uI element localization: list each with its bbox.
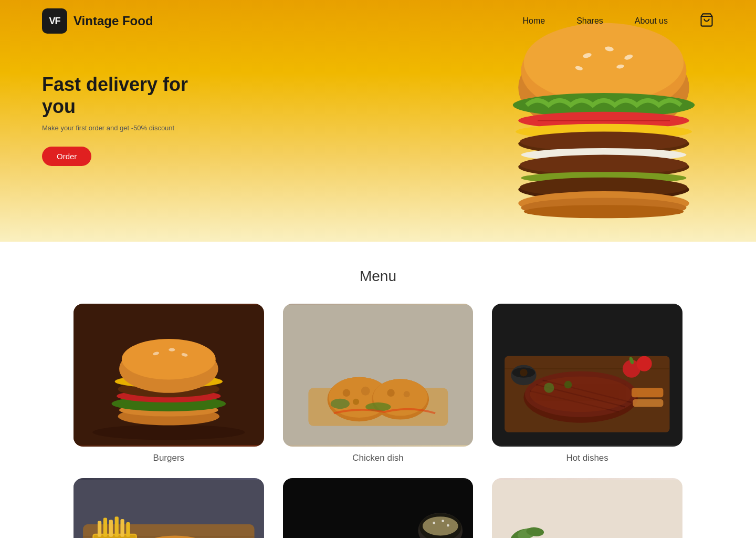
svg-point-35 <box>169 348 175 351</box>
menu-item-salads[interactable]: Salads <box>283 478 474 538</box>
desserts-image <box>492 478 682 538</box>
svg-point-48 <box>330 399 349 409</box>
hero-burger-image <box>494 16 714 236</box>
hero-title: Fast delivery for you <box>42 74 220 118</box>
logo-link[interactable]: VF Vintage Food <box>42 8 153 34</box>
nav-link-about[interactable]: About us <box>635 16 668 25</box>
cart-icon[interactable] <box>699 13 714 29</box>
svg-rect-67 <box>632 388 663 397</box>
nav-item-shares[interactable]: Shares <box>576 16 603 26</box>
nav-links: Home Shares About us <box>522 13 714 29</box>
svg-point-109 <box>423 516 458 535</box>
svg-point-42 <box>361 387 370 396</box>
cart-svg <box>699 13 714 27</box>
svg-point-65 <box>637 356 652 371</box>
svg-rect-74 <box>98 521 101 537</box>
svg-point-63 <box>520 369 528 377</box>
hero-section: VF Vintage Food Home Shares About us <box>0 0 756 242</box>
svg-rect-75 <box>103 518 107 537</box>
svg-rect-79 <box>126 522 130 537</box>
burgers-image <box>74 304 264 447</box>
nav-link-home[interactable]: Home <box>522 16 545 25</box>
order-button[interactable]: Order <box>42 147 91 166</box>
svg-point-41 <box>342 389 350 397</box>
svg-rect-120 <box>492 480 682 538</box>
logo-icon: VF <box>42 8 67 34</box>
svg-rect-76 <box>109 520 113 537</box>
nav-link-shares[interactable]: Shares <box>576 16 603 25</box>
logo-text: Vintage Food <box>74 14 153 28</box>
menu-item-hot[interactable]: Hot dishes <box>492 304 682 463</box>
svg-point-47 <box>403 391 410 397</box>
hot-label: Hot dishes <box>566 453 608 463</box>
svg-point-25 <box>92 425 245 440</box>
svg-rect-78 <box>120 519 124 537</box>
menu-item-snacks[interactable]: Snacks <box>74 478 264 538</box>
menu-grid: Burgers <box>74 304 682 538</box>
svg-point-46 <box>387 389 395 397</box>
svg-point-43 <box>353 399 359 405</box>
chicken-label: Chicken dish <box>352 453 403 463</box>
burgers-label: Burgers <box>153 453 185 463</box>
svg-point-112 <box>447 524 449 527</box>
menu-item-desserts[interactable]: Desserts <box>492 478 682 538</box>
salads-image <box>283 478 474 538</box>
hot-image <box>492 304 682 447</box>
chicken-image <box>283 304 474 447</box>
svg-point-58 <box>530 376 632 412</box>
menu-section: Menu <box>0 242 756 538</box>
nav-item-home[interactable]: Home <box>522 16 545 26</box>
menu-item-burgers[interactable]: Burgers <box>74 304 264 463</box>
hero-content: Fast delivery for you Make your first or… <box>0 42 262 187</box>
nav-item-about[interactable]: About us <box>635 16 668 26</box>
svg-rect-77 <box>115 516 119 537</box>
menu-item-chicken[interactable]: Chicken dish <box>283 304 474 463</box>
svg-point-17 <box>520 155 687 175</box>
menu-title: Menu <box>74 268 682 285</box>
svg-point-33 <box>122 339 216 379</box>
svg-point-59 <box>544 382 554 392</box>
svg-point-23 <box>524 205 684 218</box>
svg-point-111 <box>442 520 444 522</box>
navigation: VF Vintage Food Home Shares About us <box>0 0 756 42</box>
svg-point-110 <box>433 522 435 524</box>
hero-subtitle: Make your first order and get -50% disco… <box>42 124 220 132</box>
svg-rect-68 <box>633 399 664 407</box>
burger-svg <box>494 16 714 225</box>
svg-point-60 <box>564 381 572 389</box>
snacks-image <box>74 478 264 538</box>
